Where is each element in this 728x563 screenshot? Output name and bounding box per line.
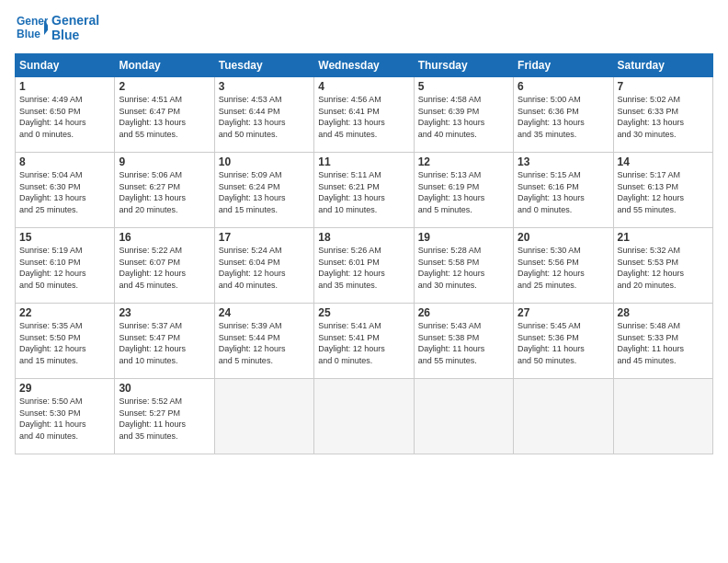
calendar-cell: 23Sunrise: 5:37 AMSunset: 5:47 PMDayligh…	[115, 304, 214, 379]
day-info: Sunrise: 5:50 AMSunset: 5:30 PMDaylight:…	[19, 396, 110, 442]
week-row-4: 22Sunrise: 5:35 AMSunset: 5:50 PMDayligh…	[16, 304, 713, 379]
day-number: 8	[19, 155, 110, 168]
day-info: Sunrise: 5:26 AMSunset: 6:01 PMDaylight:…	[318, 245, 409, 291]
day-number: 24	[219, 306, 310, 319]
day-number: 4	[318, 80, 409, 93]
day-number: 26	[418, 306, 509, 319]
day-number: 28	[618, 306, 709, 319]
day-info: Sunrise: 5:19 AMSunset: 6:10 PMDaylight:…	[19, 245, 110, 291]
day-number: 3	[219, 80, 310, 93]
day-info: Sunrise: 5:37 AMSunset: 5:47 PMDaylight:…	[119, 320, 210, 366]
day-info: Sunrise: 5:39 AMSunset: 5:44 PMDaylight:…	[219, 320, 310, 366]
day-number: 25	[318, 306, 409, 319]
day-info: Sunrise: 4:51 AMSunset: 6:47 PMDaylight:…	[119, 94, 210, 140]
day-info: Sunrise: 5:09 AMSunset: 6:24 PMDaylight:…	[219, 169, 310, 215]
calendar-cell	[314, 379, 414, 454]
calendar-cell	[214, 379, 313, 454]
calendar-cell: 28Sunrise: 5:48 AMSunset: 5:33 PMDayligh…	[613, 304, 712, 379]
calendar-cell: 24Sunrise: 5:39 AMSunset: 5:44 PMDayligh…	[214, 304, 313, 379]
calendar-cell: 25Sunrise: 5:41 AMSunset: 5:41 PMDayligh…	[314, 304, 414, 379]
calendar-cell: 17Sunrise: 5:24 AMSunset: 6:04 PMDayligh…	[214, 228, 313, 304]
day-number: 11	[318, 155, 409, 168]
day-number: 22	[19, 306, 110, 319]
day-number: 21	[618, 231, 709, 244]
calendar-cell: 18Sunrise: 5:26 AMSunset: 6:01 PMDayligh…	[314, 228, 414, 304]
calendar-cell: 30Sunrise: 5:52 AMSunset: 5:27 PMDayligh…	[115, 379, 214, 454]
weekday-tuesday: Tuesday	[214, 54, 313, 77]
calendar-cell: 21Sunrise: 5:32 AMSunset: 5:53 PMDayligh…	[613, 228, 712, 304]
day-info: Sunrise: 5:30 AMSunset: 5:56 PMDaylight:…	[518, 245, 609, 291]
header: General Blue General Blue	[15, 11, 713, 44]
calendar-cell: 7Sunrise: 5:02 AMSunset: 6:33 PMDaylight…	[613, 77, 712, 153]
day-number: 29	[19, 382, 110, 395]
calendar-cell: 10Sunrise: 5:09 AMSunset: 6:24 PMDayligh…	[214, 153, 313, 228]
day-info: Sunrise: 5:32 AMSunset: 5:53 PMDaylight:…	[618, 245, 709, 291]
day-info: Sunrise: 5:13 AMSunset: 6:19 PMDaylight:…	[418, 169, 509, 215]
day-info: Sunrise: 5:17 AMSunset: 6:13 PMDaylight:…	[618, 169, 709, 215]
day-info: Sunrise: 4:56 AMSunset: 6:41 PMDaylight:…	[318, 94, 409, 140]
day-info: Sunrise: 5:11 AMSunset: 6:21 PMDaylight:…	[318, 169, 409, 215]
day-info: Sunrise: 5:22 AMSunset: 6:07 PMDaylight:…	[119, 245, 210, 291]
day-number: 7	[618, 80, 709, 93]
calendar-body: 1Sunrise: 4:49 AMSunset: 6:50 PMDaylight…	[16, 77, 713, 454]
day-info: Sunrise: 4:58 AMSunset: 6:39 PMDaylight:…	[418, 94, 509, 140]
day-info: Sunrise: 5:43 AMSunset: 5:38 PMDaylight:…	[418, 320, 509, 366]
day-number: 5	[418, 80, 509, 93]
calendar-cell: 29Sunrise: 5:50 AMSunset: 5:30 PMDayligh…	[16, 379, 115, 454]
svg-text:General: General	[17, 15, 48, 28]
day-number: 2	[119, 80, 210, 93]
calendar-cell: 19Sunrise: 5:28 AMSunset: 5:58 PMDayligh…	[414, 228, 513, 304]
day-info: Sunrise: 5:24 AMSunset: 6:04 PMDaylight:…	[219, 245, 310, 291]
day-info: Sunrise: 4:53 AMSunset: 6:44 PMDaylight:…	[219, 94, 310, 140]
day-number: 20	[518, 231, 609, 244]
calendar-cell: 2Sunrise: 4:51 AMSunset: 6:47 PMDaylight…	[115, 77, 214, 153]
calendar-cell	[514, 379, 613, 454]
calendar-cell: 3Sunrise: 4:53 AMSunset: 6:44 PMDaylight…	[214, 77, 313, 153]
day-number: 27	[518, 306, 609, 319]
day-number: 1	[19, 80, 110, 93]
weekday-thursday: Thursday	[414, 54, 513, 77]
day-number: 19	[418, 231, 509, 244]
calendar-cell: 27Sunrise: 5:45 AMSunset: 5:36 PMDayligh…	[514, 304, 613, 379]
calendar-cell: 11Sunrise: 5:11 AMSunset: 6:21 PMDayligh…	[314, 153, 414, 228]
calendar-cell: 12Sunrise: 5:13 AMSunset: 6:19 PMDayligh…	[414, 153, 513, 228]
calendar-cell: 4Sunrise: 4:56 AMSunset: 6:41 PMDaylight…	[314, 77, 414, 153]
calendar-cell	[414, 379, 513, 454]
calendar-cell: 16Sunrise: 5:22 AMSunset: 6:07 PMDayligh…	[115, 228, 214, 304]
day-number: 18	[318, 231, 409, 244]
calendar-table: SundayMondayTuesdayWednesdayThursdayFrid…	[15, 53, 713, 454]
day-number: 30	[119, 382, 210, 395]
weekday-friday: Friday	[514, 54, 613, 77]
calendar-cell: 22Sunrise: 5:35 AMSunset: 5:50 PMDayligh…	[16, 304, 115, 379]
weekday-wednesday: Wednesday	[314, 54, 414, 77]
calendar-cell: 15Sunrise: 5:19 AMSunset: 6:10 PMDayligh…	[16, 228, 115, 304]
day-number: 10	[219, 155, 310, 168]
calendar-cell	[613, 379, 712, 454]
day-number: 17	[219, 231, 310, 244]
day-info: Sunrise: 5:00 AMSunset: 6:36 PMDaylight:…	[518, 94, 609, 140]
day-number: 12	[418, 155, 509, 168]
weekday-saturday: Saturday	[613, 54, 712, 77]
calendar-cell: 26Sunrise: 5:43 AMSunset: 5:38 PMDayligh…	[414, 304, 513, 379]
logo-svg: General Blue	[15, 11, 48, 44]
calendar-cell: 20Sunrise: 5:30 AMSunset: 5:56 PMDayligh…	[514, 228, 613, 304]
weekday-monday: Monday	[115, 54, 214, 77]
weekday-header-row: SundayMondayTuesdayWednesdayThursdayFrid…	[16, 54, 713, 77]
day-number: 23	[119, 306, 210, 319]
day-info: Sunrise: 5:06 AMSunset: 6:27 PMDaylight:…	[119, 169, 210, 215]
day-info: Sunrise: 4:49 AMSunset: 6:50 PMDaylight:…	[19, 94, 110, 140]
day-number: 9	[119, 155, 210, 168]
day-info: Sunrise: 5:41 AMSunset: 5:41 PMDaylight:…	[318, 320, 409, 366]
page: General Blue General Blue SundayMondayTu…	[0, 0, 728, 563]
day-number: 6	[518, 80, 609, 93]
calendar-cell: 13Sunrise: 5:15 AMSunset: 6:16 PMDayligh…	[514, 153, 613, 228]
day-number: 16	[119, 231, 210, 244]
calendar-cell: 8Sunrise: 5:04 AMSunset: 6:30 PMDaylight…	[16, 153, 115, 228]
day-info: Sunrise: 5:02 AMSunset: 6:33 PMDaylight:…	[618, 94, 709, 140]
day-info: Sunrise: 5:52 AMSunset: 5:27 PMDaylight:…	[119, 396, 210, 442]
calendar-cell: 1Sunrise: 4:49 AMSunset: 6:50 PMDaylight…	[16, 77, 115, 153]
day-number: 13	[518, 155, 609, 168]
week-row-3: 15Sunrise: 5:19 AMSunset: 6:10 PMDayligh…	[16, 228, 713, 304]
calendar-cell: 5Sunrise: 4:58 AMSunset: 6:39 PMDaylight…	[414, 77, 513, 153]
day-info: Sunrise: 5:28 AMSunset: 5:58 PMDaylight:…	[418, 245, 509, 291]
